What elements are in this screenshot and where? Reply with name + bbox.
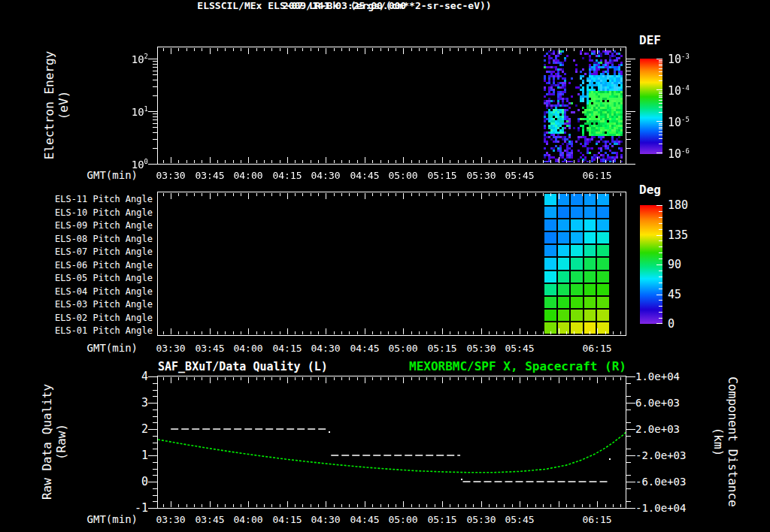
colorbar-tick	[659, 258, 662, 259]
y-major-tick	[148, 111, 158, 112]
x-minor-tick	[264, 331, 265, 334]
x-minor-tick	[341, 160, 342, 163]
pitch-row-label: ELS-11 Pitch Angle	[32, 194, 153, 204]
x-minor-tick	[295, 377, 296, 380]
x-major-tick	[326, 501, 326, 507]
x-minor-tick	[217, 377, 218, 380]
x-minor-tick	[458, 331, 459, 334]
x-minor-tick	[574, 48, 574, 51]
x-minor-tick	[372, 377, 373, 380]
science-plot-screen: 2009/141 03:25:00.000 ELSSCIL/MEx ELS-07…	[0, 0, 770, 532]
x-minor-tick	[435, 377, 435, 380]
x-minor-tick	[550, 193, 551, 196]
x-minor-tick	[256, 504, 257, 507]
x-minor-tick	[613, 48, 614, 51]
x-minor-tick	[450, 160, 450, 163]
x-minor-tick	[241, 193, 241, 196]
x-minor-tick	[194, 331, 195, 334]
x-minor-tick	[357, 160, 358, 163]
x-major-tick	[481, 501, 482, 507]
x-minor-tick	[613, 377, 614, 380]
x-major-tick	[597, 501, 598, 507]
colorbar-minor-tick	[659, 144, 662, 144]
colorbar-def-tick-label: 10-4	[668, 84, 690, 98]
x-minor-tick	[233, 48, 234, 51]
colorbar-minor-tick	[659, 62, 662, 62]
y-minor-tick	[626, 376, 631, 377]
y-minor-tick	[153, 422, 158, 423]
x-minor-tick	[202, 331, 202, 334]
x-major-tick	[287, 501, 288, 507]
x-minor-tick	[341, 377, 342, 380]
x-minor-tick	[233, 160, 234, 163]
x-minor-tick	[280, 193, 280, 196]
x-minor-tick	[318, 377, 319, 380]
x-minor-tick	[241, 160, 241, 163]
panel3-x-axis-title: GMT(min)	[87, 514, 138, 524]
panel2-x-axis-title: GMT(min)	[87, 343, 138, 353]
y-minor-tick	[153, 501, 158, 502]
x-minor-tick	[225, 48, 226, 51]
x-minor-tick	[411, 160, 412, 163]
x-minor-tick	[178, 377, 179, 380]
x-minor-tick	[357, 48, 358, 51]
colorbar-tick	[659, 246, 662, 247]
x-major-tick	[559, 328, 559, 334]
x-major-tick	[597, 377, 598, 383]
x-minor-tick	[372, 193, 373, 196]
x-minor-tick	[512, 48, 513, 51]
x-minor-tick	[233, 377, 234, 380]
y-minor-tick	[153, 469, 158, 470]
x-minor-tick	[543, 504, 544, 507]
panel3-right-series-title: MEXORBMC/SPF X, Spacecraft (R)	[399, 359, 626, 373]
colorbar-minor-tick	[659, 60, 662, 61]
x-major-tick	[597, 48, 598, 54]
y-major-tick	[626, 164, 635, 165]
x-major-tick	[365, 501, 365, 507]
x-minor-tick	[426, 377, 427, 380]
x-major-tick	[365, 328, 365, 334]
y-minor-tick	[626, 86, 631, 87]
x-minor-tick	[435, 48, 435, 51]
x-minor-tick	[280, 48, 280, 51]
panel1-y-axis-title-line2: (eV)	[56, 51, 71, 160]
x-minor-tick	[535, 160, 536, 163]
pitch-row-label: ELS-02 Pitch Angle	[32, 313, 153, 323]
panel3-right-tick-label: -6.0e+03	[635, 476, 686, 488]
x-minor-tick	[411, 377, 412, 380]
x-major-tick	[171, 48, 171, 54]
y-major-tick	[148, 59, 158, 59]
x-minor-tick	[388, 504, 389, 507]
x-minor-tick	[186, 504, 187, 507]
x-major-tick	[559, 48, 559, 54]
x-major-tick	[365, 193, 365, 199]
x-major-tick	[481, 193, 482, 199]
x-minor-tick	[202, 377, 202, 380]
pitch-row-label: ELS-09 Pitch Angle	[32, 220, 153, 231]
x-minor-tick	[489, 504, 490, 507]
x-major-tick	[248, 157, 249, 163]
panel3-right-y-axis-title-line2: (km)	[711, 376, 726, 506]
x-minor-tick	[334, 331, 335, 334]
x-minor-tick	[574, 504, 574, 507]
colorbar-minor-tick	[659, 125, 662, 125]
x-minor-tick	[334, 160, 335, 163]
y-minor-tick	[153, 383, 158, 384]
x-minor-tick	[411, 504, 412, 507]
x-minor-tick	[527, 331, 528, 334]
x-minor-tick	[388, 48, 389, 51]
colorbar-minor-tick	[659, 71, 662, 72]
x-major-tick	[365, 157, 365, 163]
x-minor-tick	[489, 193, 490, 196]
x-minor-tick	[605, 504, 606, 507]
x-minor-tick	[396, 193, 396, 196]
colorbar-minor-tick	[659, 68, 662, 69]
x-major-tick	[326, 157, 326, 163]
x-minor-tick	[496, 48, 497, 51]
x-minor-tick	[256, 193, 257, 196]
x-minor-tick	[419, 504, 420, 507]
colorbar-deg-tick-label: 180	[668, 198, 688, 212]
x-major-tick	[171, 193, 171, 199]
x-tick-label: 05:45	[496, 515, 544, 524]
x-minor-tick	[372, 160, 373, 163]
